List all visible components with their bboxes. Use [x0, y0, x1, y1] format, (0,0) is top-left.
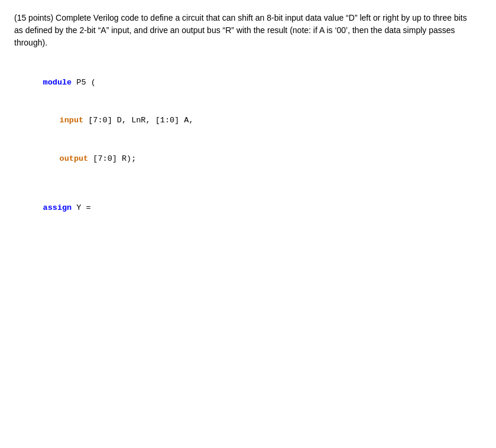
assign-keyword: assign: [43, 203, 72, 212]
open-paren: (: [86, 78, 96, 87]
module-name: P5: [76, 78, 86, 87]
code-block: module P5 ( input [7:0] D, LnR, [1:0] A,…: [14, 63, 482, 448]
endmodule-section: endmodule: [14, 227, 482, 448]
input-range2: [1:0]: [155, 116, 180, 125]
input-keyword: input: [60, 116, 84, 125]
module-keyword: module: [43, 78, 72, 87]
problem-description: (15 points) Complete Verilog code to def…: [14, 12, 475, 49]
assign-rest-val: Y =: [76, 203, 90, 212]
input-args1-val: D, LnR,: [117, 116, 151, 125]
input-range2-val: [151, 116, 155, 125]
description-text: (15 points) Complete Verilog code to def…: [14, 13, 467, 47]
output-arg: R);: [122, 154, 136, 163]
output-range: [7:0]: [93, 154, 117, 163]
input-args2-val: A,: [184, 116, 193, 125]
input-range1-val: [7:0]: [88, 116, 112, 125]
output-arg-space: [117, 154, 122, 163]
output-keyword: output: [60, 154, 89, 163]
module-line: module P5 ( input [7:0] D, LnR, [1:0] A,…: [14, 63, 482, 178]
assign-section: assign Y =: [14, 189, 482, 227]
input-args1: [112, 116, 117, 125]
